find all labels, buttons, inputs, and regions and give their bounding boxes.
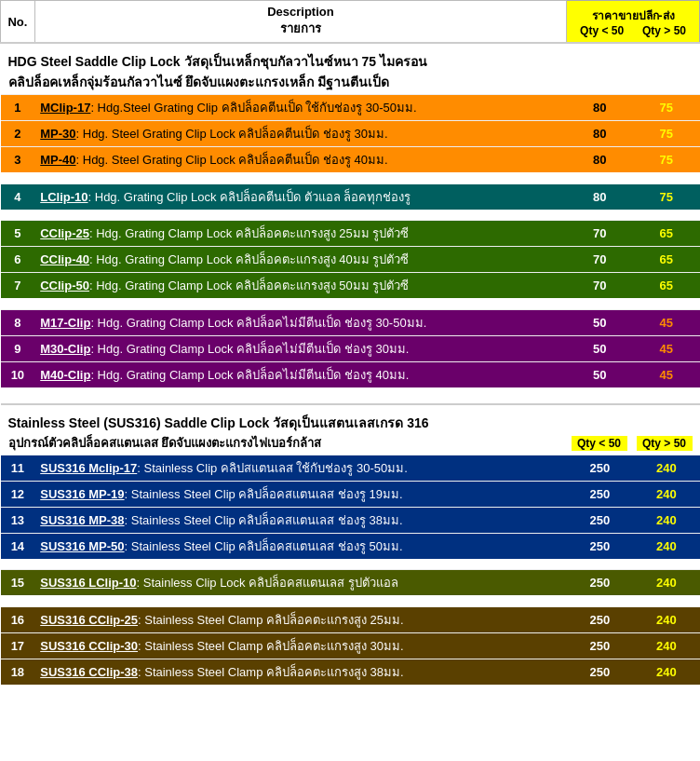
- item-no-9: 9: [1, 335, 35, 361]
- item-no-15: 15: [1, 570, 35, 596]
- item-qty-lt50-8: 50: [567, 309, 633, 335]
- spacer-2: [1, 210, 700, 221]
- item-qty-gt50-8: 45: [633, 309, 699, 335]
- item-qty-lt50-13: 250: [567, 507, 633, 533]
- item-text-10: : Hdg. Grating Clamp Lock คลิปล็อคไม่มีต…: [90, 368, 409, 382]
- item-qty-lt50-5: 70: [567, 221, 633, 247]
- sus-item-row-12: 12 SUS316 MP-19: Stainless Steel Clip คล…: [1, 481, 700, 507]
- desc-header-label: Description: [267, 5, 334, 19]
- hdg-section-title-row: HDG Steel Saddle Clip Lock วัสดุเป็นเหล็…: [1, 43, 700, 95]
- item-no-12: 12: [1, 481, 35, 507]
- price-header: ราคาขายปลีก-ส่ง Qty < 50 Qty > 50: [567, 1, 700, 44]
- item-qty-lt50-9: 50: [567, 335, 633, 361]
- item-qty-lt50-3: 80: [567, 147, 633, 173]
- item-code-8: M17-Clip: [40, 316, 90, 330]
- item-text-9: : Hdg. Grating Clamp Lock คลิปล็อคไม่มีต…: [90, 342, 409, 356]
- sus-item-row-13: 13 SUS316 MP-38: Stainless Steel Clip คล…: [1, 507, 700, 533]
- item-code-17: SUS316 CClip-30: [40, 639, 138, 653]
- hdg-item-row-8: 8 M17-Clip: Hdg. Grating Clamp Lock คลิป…: [1, 309, 700, 335]
- item-desc-16: SUS316 CClip-25: Stainless Steel Clamp ค…: [34, 606, 566, 632]
- item-qty-gt50-9: 45: [633, 335, 699, 361]
- hdg-item-row-2: 2 MP-30: Hdg. Steel Grating Clip Lock คล…: [1, 121, 700, 147]
- item-text-5: : Hdg. Grating Clamp Lock คลิปล็อคตะแกรง…: [89, 226, 409, 240]
- item-qty-gt50-12: 240: [633, 481, 699, 507]
- item-qty-gt50-7: 65: [633, 273, 699, 299]
- item-qty-gt50-11: 240: [633, 455, 699, 481]
- item-qty-lt50-2: 80: [567, 121, 633, 147]
- item-qty-lt50-15: 250: [567, 570, 633, 596]
- item-qty-lt50-16: 250: [567, 606, 633, 632]
- item-qty-gt50-2: 75: [633, 121, 699, 147]
- item-no-14: 14: [1, 533, 35, 559]
- hdg-item-row-10: 10 M40-Clip: Hdg. Grating Clamp Lock คลิ…: [1, 361, 700, 387]
- big-spacer: [1, 387, 700, 404]
- item-qty-lt50-17: 250: [567, 632, 633, 659]
- hdg-item-row-6: 6 CClip-40: Hdg. Grating Clamp Lock คลิป…: [1, 247, 700, 273]
- item-qty-lt50-18: 250: [567, 659, 633, 685]
- item-text-15: : Stainless Clip Lock คลิปล็อคสแตนเลส รู…: [137, 576, 398, 590]
- item-code-4: LClip-10: [40, 190, 88, 204]
- no-header: No.: [1, 1, 35, 44]
- item-no-8: 8: [1, 309, 35, 335]
- item-text-14: : Stainless Steel Clip คลิปล็อคสแตนเลส ช…: [125, 539, 403, 553]
- item-qty-lt50-7: 70: [567, 273, 633, 299]
- spacer-1: [1, 172, 700, 183]
- sus-item-row-17: 17 SUS316 CClip-30: Stainless Steel Clam…: [1, 632, 700, 659]
- item-qty-gt50-3: 75: [633, 147, 699, 173]
- hdg-item-row-5: 5 CClip-25: Hdg. Grating Clamp Lock คลิป…: [1, 221, 700, 247]
- price-table: No. Description รายการ ราคาขายปลีก-ส่ง Q…: [0, 0, 700, 685]
- item-qty-lt50-12: 250: [567, 481, 633, 507]
- item-no-10: 10: [1, 361, 35, 387]
- item-qty-gt50-5: 65: [633, 221, 699, 247]
- item-desc-2: MP-30: Hdg. Steel Grating Clip Lock คลิป…: [34, 121, 566, 147]
- item-text-4: : Hdg. Grating Clip Lock คลิปล็อคตีนเป็ด…: [88, 190, 411, 204]
- item-qty-gt50-4: 75: [633, 183, 699, 210]
- sus-item-row-16: 16 SUS316 CClip-25: Stainless Steel Clam…: [1, 606, 700, 632]
- hdg-title-line2: คลิปล็อคเหล็กจุ่มร้อนกัลวาไนซ์ ยึดจับแผง…: [8, 72, 693, 92]
- item-qty-lt50-4: 80: [567, 183, 633, 210]
- qty-gt50-header: Qty > 50: [633, 24, 695, 37]
- sus-title-line2: อุปกรณ์ตัวคลิปล็อคสแตนเลส ยึดจับแผงตะแกร…: [8, 433, 322, 453]
- item-code-1: MClip-17: [40, 101, 90, 115]
- item-desc-13: SUS316 MP-38: Stainless Steel Clip คลิปล…: [34, 507, 566, 533]
- spacer-3: [1, 298, 700, 309]
- item-desc-8: M17-Clip: Hdg. Grating Clamp Lock คลิปล็…: [34, 309, 566, 335]
- item-desc-3: MP-40: Hdg. Steel Grating Clip Lock คลิป…: [34, 147, 566, 173]
- item-code-13: SUS316 MP-38: [40, 513, 124, 527]
- hdg-item-row-1: 1 MClip-17: Hdg.Steel Grating Clip คลิปล…: [1, 95, 700, 121]
- item-code-9: M30-Clip: [40, 342, 90, 356]
- spacer-5: [1, 595, 700, 606]
- item-text-18: : Stainless Steel Clamp คลิปล็อคตะแกรงสู…: [138, 665, 404, 679]
- sus-section-title-row: Stainless Steel (SUS316) Saddle Clip Loc…: [1, 404, 700, 455]
- spacer-4: [1, 559, 700, 570]
- item-qty-gt50-15: 240: [633, 570, 699, 596]
- item-no-5: 5: [1, 221, 35, 247]
- item-no-1: 1: [1, 95, 35, 121]
- item-qty-lt50-1: 80: [567, 95, 633, 121]
- item-text-1: : Hdg.Steel Grating Clip คลิปล็อคตีนเป็ด…: [90, 101, 416, 115]
- item-desc-4: LClip-10: Hdg. Grating Clip Lock คลิปล็อ…: [34, 183, 566, 210]
- item-code-14: SUS316 MP-50: [40, 539, 124, 553]
- sus-item-row-15: 15 SUS316 LClip-10: Stainless Clip Lock …: [1, 570, 700, 596]
- sus-title-line1: Stainless Steel (SUS316) Saddle Clip Loc…: [8, 413, 693, 433]
- item-qty-lt50-10: 50: [567, 361, 633, 387]
- item-qty-gt50-10: 45: [633, 361, 699, 387]
- item-desc-17: SUS316 CClip-30: Stainless Steel Clamp ค…: [34, 632, 566, 659]
- item-qty-gt50-16: 240: [633, 606, 699, 632]
- item-code-16: SUS316 CClip-25: [40, 613, 138, 627]
- hdg-item-row-4: 4 LClip-10: Hdg. Grating Clip Lock คลิปล…: [1, 183, 700, 210]
- item-qty-gt50-18: 240: [633, 659, 699, 685]
- item-text-16: : Stainless Steel Clamp คลิปล็อคตะแกรงสู…: [138, 613, 404, 627]
- item-no-16: 16: [1, 606, 35, 632]
- item-desc-6: CClip-40: Hdg. Grating Clamp Lock คลิปล็…: [34, 247, 566, 273]
- item-text-12: : Stainless Steel Clip คลิปล็อคสแตนเลส ช…: [125, 487, 403, 501]
- hdg-title-line1: HDG Steel Saddle Clip Lock วัสดุเป็นเหล็…: [8, 51, 693, 72]
- sus-qty-lt50-header: Qty < 50: [572, 436, 627, 451]
- item-text-2: : Hdg. Steel Grating Clip Lock คลิปล็อคต…: [76, 127, 388, 141]
- item-no-17: 17: [1, 632, 35, 659]
- item-text-3: : Hdg. Steel Grating Clip Lock คลิปล็อคต…: [76, 153, 388, 167]
- item-text-13: : Stainless Steel Clip คลิปล็อคสแตนเลส ช…: [125, 513, 403, 527]
- item-qty-gt50-6: 65: [633, 247, 699, 273]
- sus-qty-gt50-header: Qty > 50: [637, 436, 693, 451]
- hdg-item-row-9: 9 M30-Clip: Hdg. Grating Clamp Lock คลิป…: [1, 335, 700, 361]
